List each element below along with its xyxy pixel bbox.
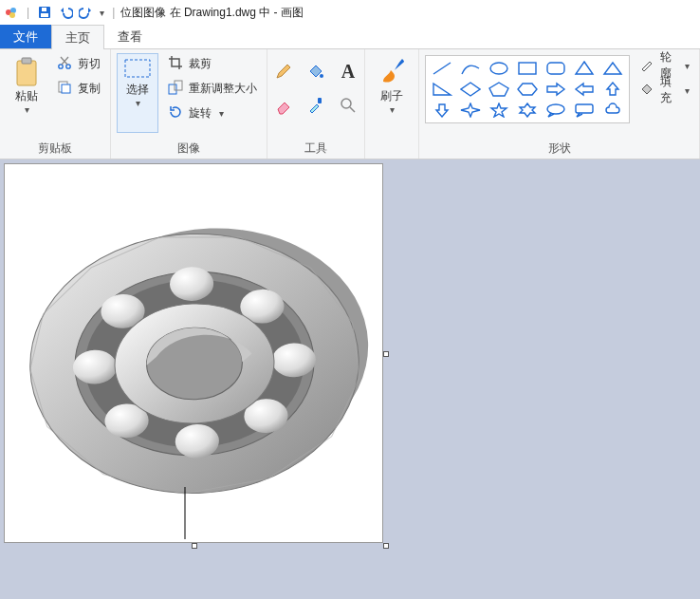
crop-label: 裁剪	[189, 56, 212, 72]
group-brush: 刷子 ▾	[365, 49, 419, 159]
shape-star4[interactable]	[460, 102, 481, 119]
outline-button[interactable]: 轮廓 ▾	[636, 55, 693, 76]
resize-handle-right[interactable]	[383, 351, 389, 357]
select-label: 选择	[126, 83, 149, 96]
brush-button[interactable]: 刷子 ▾	[371, 53, 413, 133]
svg-marker-21	[576, 62, 593, 74]
magnifier-icon[interactable]	[338, 95, 359, 116]
chevron-down-icon: ▾	[219, 108, 224, 119]
crop-button[interactable]: 裁剪	[164, 53, 261, 74]
paste-label: 粘贴	[15, 89, 38, 103]
pencil-icon[interactable]	[273, 61, 294, 82]
svg-marker-25	[489, 83, 508, 96]
svg-rect-31	[576, 104, 593, 113]
svg-point-18	[490, 63, 507, 74]
bucket-icon	[639, 82, 654, 100]
shape-arrow-right[interactable]	[545, 81, 566, 98]
rotate-button[interactable]: 旋转 ▾	[164, 103, 261, 123]
window-title: 位图图像 在 Drawing1.dwg 中 - 画图	[120, 5, 304, 21]
svg-point-15	[320, 74, 323, 78]
redo-icon[interactable]	[79, 5, 94, 20]
svg-marker-28	[491, 103, 507, 117]
qat-dropdown-icon[interactable]: ▾	[100, 8, 104, 18]
shape-line[interactable]	[432, 60, 452, 77]
shape-polygon[interactable]	[574, 60, 595, 77]
qat-divider: |	[27, 6, 29, 19]
group-image: 选择 ▾ 裁剪 重新调整大小 旋转 ▾ 图像	[111, 49, 267, 159]
shape-right-triangle[interactable]	[432, 81, 452, 98]
save-icon[interactable]	[37, 5, 52, 20]
eraser-icon[interactable]	[273, 95, 294, 116]
cut-button[interactable]: 剪切	[53, 53, 104, 74]
paste-button[interactable]: 粘贴 ▾	[6, 53, 47, 133]
shape-curve[interactable]	[460, 60, 481, 77]
resize-button[interactable]: 重新调整大小	[164, 78, 261, 99]
canvas-image	[5, 164, 384, 544]
fill-icon[interactable]	[305, 61, 326, 82]
svg-point-30	[547, 104, 564, 114]
shape-arrow-left[interactable]	[574, 81, 595, 98]
svg-rect-13	[169, 84, 176, 94]
shape-roundrect[interactable]	[545, 60, 566, 77]
group-clipboard: 粘贴 ▾ 剪切 复制 剪贴板	[0, 49, 111, 159]
svg-marker-23	[433, 84, 451, 95]
qat-divider-2: |	[112, 6, 115, 19]
group-brush-label	[371, 155, 413, 157]
shape-callout-rect[interactable]	[574, 102, 595, 119]
tab-view-label: 查看	[118, 28, 142, 46]
eyedropper-icon[interactable]	[305, 95, 326, 116]
svg-marker-27	[461, 103, 480, 117]
resize-label: 重新调整大小	[189, 81, 257, 97]
shape-star5[interactable]	[488, 102, 509, 119]
canvas-area[interactable]	[0, 159, 700, 599]
shape-diamond[interactable]	[460, 81, 481, 98]
svg-rect-20	[547, 63, 564, 74]
svg-rect-14	[175, 81, 182, 90]
resize-handle-bottom[interactable]	[192, 543, 197, 549]
group-shapes-label: 形状	[425, 139, 693, 157]
shapes-gallery[interactable]	[425, 55, 630, 123]
undo-icon[interactable]	[58, 5, 73, 20]
svg-point-9	[66, 64, 70, 67]
crop-icon	[168, 55, 183, 73]
fill-button[interactable]: 填充 ▾	[636, 80, 693, 101]
shape-callout-cloud[interactable]	[602, 102, 623, 119]
svg-point-1	[10, 8, 16, 13]
rotate-label: 旋转	[189, 105, 212, 122]
tab-home[interactable]: 主页	[51, 25, 104, 49]
svg-rect-4	[41, 13, 48, 17]
svg-rect-6	[17, 61, 36, 85]
tab-home-label: 主页	[65, 29, 90, 47]
tab-view[interactable]: 查看	[104, 25, 156, 48]
tab-file[interactable]: 文件	[0, 25, 51, 48]
svg-rect-7	[22, 58, 31, 64]
copy-icon	[57, 80, 72, 98]
svg-rect-12	[125, 60, 150, 77]
shape-pentagon[interactable]	[488, 81, 509, 98]
chevron-down-icon: ▾	[25, 104, 29, 115]
copy-button[interactable]: 复制	[53, 78, 104, 99]
resize-icon	[168, 80, 183, 98]
svg-point-8	[59, 64, 63, 67]
canvas[interactable]	[4, 163, 383, 543]
cut-label: 剪切	[78, 56, 101, 72]
svg-point-2	[9, 12, 15, 18]
shape-arrow-up[interactable]	[602, 81, 623, 98]
svg-rect-16	[318, 98, 322, 103]
shape-callout-round[interactable]	[545, 102, 566, 119]
shape-triangle[interactable]	[602, 60, 623, 77]
shape-rect[interactable]	[517, 60, 538, 77]
rotate-icon	[168, 104, 183, 122]
shape-arrow-down[interactable]	[432, 102, 452, 119]
text-icon[interactable]: A	[338, 61, 359, 82]
shape-hexagon[interactable]	[517, 81, 538, 98]
shape-star6[interactable]	[517, 102, 538, 119]
tab-file-label: 文件	[13, 28, 38, 46]
shape-oval[interactable]	[488, 60, 509, 77]
svg-marker-26	[518, 84, 537, 95]
resize-handle-corner[interactable]	[383, 543, 389, 549]
select-button[interactable]: 选择 ▾	[117, 53, 158, 133]
fill-label: 填充	[660, 74, 677, 106]
chevron-down-icon: ▾	[685, 85, 690, 96]
ribbon-tabs: 文件 主页 查看	[0, 25, 700, 49]
